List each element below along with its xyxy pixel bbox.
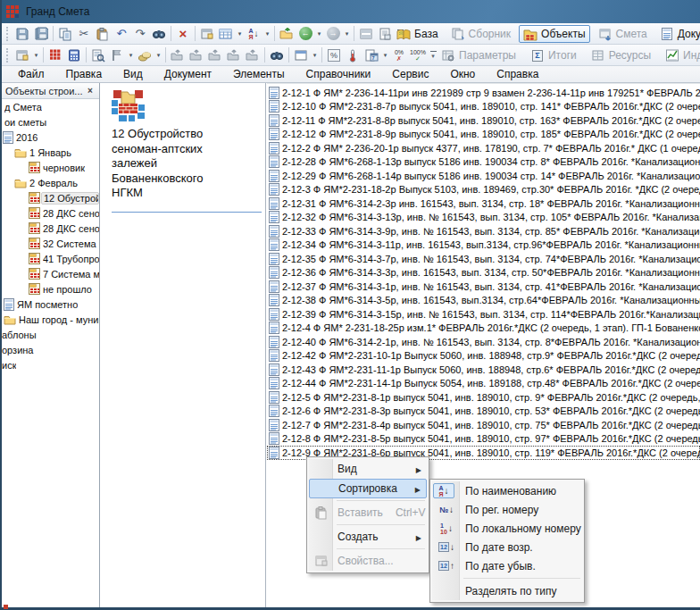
tree-item[interactable]: 2 Февраль — [2, 175, 99, 190]
hundred-percent-icon[interactable]: 100%✓ — [409, 46, 427, 64]
context-menu-view[interactable]: Вид — [309, 459, 427, 479]
tree-item[interactable]: иск — [2, 357, 99, 372]
nav-forward-dropdown[interactable] — [343, 25, 351, 43]
list-item[interactable]: 2-12-34 Ф ЯМ*6-314-3-11р, инв. 161543, в… — [267, 238, 700, 253]
menu-window[interactable]: Окно — [439, 68, 486, 80]
bookmark-dropdown[interactable] — [127, 46, 135, 64]
export-image-dropdown[interactable] — [32, 46, 40, 64]
copy-icon[interactable] — [56, 25, 74, 43]
list-item[interactable]: 2-12-33 Ф ЯМ*6-314-3-9р, инв. № 161543, … — [267, 224, 700, 238]
resources-button[interactable]: Ресурсы — [587, 46, 655, 64]
mode-sbornik-button[interactable]: Сборник — [446, 25, 515, 43]
list-item[interactable]: 2-12-35 Ф ЯМ*6-314-3-7р, инв. № 161543, … — [267, 252, 700, 266]
undo-icon[interactable]: ↶ — [112, 25, 130, 43]
paste-icon[interactable] — [94, 25, 112, 43]
context-menu-sort[interactable]: Сортировка — [309, 479, 427, 498]
window-view-icon[interactable] — [292, 46, 310, 64]
list-item[interactable]: 2-12-38 Ф ЯМ*6-314-3-5р, инв. 161543, вы… — [267, 294, 700, 308]
tree-item[interactable]: 1 Январь — [2, 145, 99, 160]
save-icon[interactable] — [13, 25, 31, 43]
folder-export-icon[interactable] — [278, 25, 296, 43]
tree-item[interactable]: 32 Система ма — [2, 236, 99, 251]
winter-coeff-icon[interactable] — [344, 46, 362, 64]
title-bar[interactable]: Гранд Смета — [2, 0, 700, 23]
cut-icon[interactable]: ✂ — [75, 25, 93, 43]
menu-document[interactable]: Документ — [154, 68, 222, 80]
percent-icon[interactable]: % — [325, 46, 343, 64]
menu-file[interactable]: Файл — [7, 68, 55, 80]
tree-item[interactable]: 28 ДКС сеном — [2, 221, 99, 236]
sort-by-reg-number[interactable]: № По рег. номеру — [432, 500, 582, 519]
delete-icon[interactable]: × — [174, 25, 192, 43]
list-item[interactable]: 2-12-1 Ф ЯМ* 2-236-14-11ри инв 221989 ст… — [267, 86, 700, 100]
find-icon[interactable] — [150, 25, 168, 43]
doc-period-icon[interactable] — [362, 46, 380, 64]
toolbar-grip[interactable] — [6, 27, 11, 41]
list-item[interactable]: 2-12-6 Ф ЯМ*2-231-8-3р выпуск 5041, инв.… — [267, 405, 700, 419]
add-position-icon[interactable] — [244, 46, 262, 64]
tree-panel-header[interactable]: Объекты строи... — [2, 83, 99, 99]
list-item[interactable]: 2-12-5 Ф ЯМ*2-231-8-1р выпуск 5041, инв.… — [267, 390, 700, 405]
params-button[interactable]: Параметры — [437, 46, 521, 64]
list-item[interactable]: 2-12-40 Ф ЯМ*6-314-2-1р, инв. № 161543, … — [267, 335, 700, 349]
list-item[interactable]: 2-12-31 Ф ЯМ*6-314-2-3р инв. 161543, вып… — [267, 196, 700, 211]
tree-item[interactable]: орзина — [2, 342, 99, 357]
doc-search-icon[interactable] — [89, 46, 107, 64]
sort-split-by-type[interactable]: Разделять по типу — [432, 581, 582, 600]
list-item[interactable]: 2-12-3 Ф ЯМ*2-231-18-2р Выпуск 5103, инв… — [267, 183, 700, 197]
list-item[interactable]: 2-12-7 Ф ЯМ*2-231-8-4р выпуск 5041, инв.… — [267, 418, 700, 432]
context-menu-create[interactable]: Создать — [309, 527, 427, 547]
nav-forward-icon[interactable]: → — [324, 25, 342, 43]
list-item[interactable]: 2-12-2 Ф ЯМ* 2-236-20-1р выпуск 4377, ин… — [267, 141, 700, 155]
mode-documents-button[interactable]: Документы — [655, 25, 700, 43]
menu-elements[interactable]: Элементы — [222, 68, 296, 80]
bookmark-icon[interactable] — [108, 46, 126, 64]
export-image-icon[interactable] — [13, 46, 31, 64]
cost-icon[interactable] — [136, 46, 154, 64]
menu-service[interactable]: Сервис — [381, 68, 439, 80]
list-item[interactable]: 2-12-32 Ф ЯМ*6-314-3-13р, инв. № 161543,… — [267, 211, 700, 225]
add-subsection-icon[interactable] — [225, 46, 243, 64]
tree-item[interactable]: 7 Система маг — [2, 266, 99, 281]
nav-back-icon[interactable]: ← — [296, 25, 314, 43]
context-menu-paste[interactable]: Вставить Ctrl+V — [309, 503, 427, 522]
list-item[interactable]: 2-12-28 Ф ЯМ*6-268-1-13р выпуск 5186 инв… — [267, 155, 700, 170]
mode-objects-button[interactable]: Объекты — [519, 25, 590, 43]
redo-icon[interactable]: ↷ — [131, 25, 149, 43]
tree-item[interactable]: д Смета — [2, 99, 99, 114]
mode-smeta-button[interactable]: Смета — [594, 25, 652, 43]
tree-item[interactable]: ЯМ посметно — [2, 297, 99, 312]
split-view-icon[interactable] — [357, 25, 375, 43]
mode-base-button[interactable]: База — [392, 25, 443, 43]
menu-view[interactable]: Вид — [112, 68, 154, 80]
totals-button[interactable]: Σ Итоги — [526, 46, 581, 64]
sort-by-local-number[interactable]: 110 По локальному номеру — [432, 519, 582, 538]
toolbar-grip[interactable] — [6, 48, 11, 63]
list-item[interactable]: 2-12-39 Ф ЯМ*6-314-3-15р, инв. № 161543,… — [267, 307, 700, 322]
sort-by-date-desc[interactable]: 12 По дате убыв. — [432, 556, 582, 575]
list-item[interactable]: 2-12-11 Ф ЯМ*2-231-8-8р выпуск 5041, инв… — [267, 113, 700, 128]
object-item-selected[interactable]: 12 Обустройство сеноман-аптских залежей … — [112, 89, 262, 213]
list-item[interactable]: 2-12-12 Ф ЯМ*2-231-8-9р выпуск 5041, инв… — [267, 128, 700, 142]
bricks-grid-icon[interactable] — [46, 46, 64, 64]
list-item[interactable]: 2-12-36 Ф ЯМ*6-314-3-3р, инв. 161543, вы… — [267, 266, 700, 280]
calculator-icon[interactable] — [65, 46, 83, 64]
zero-percent-icon[interactable]: 0%✗ — [390, 46, 408, 64]
tree-item[interactable]: 41 Трубопров — [2, 251, 99, 266]
tree-item[interactable]: Наш город - муницип — [2, 312, 99, 327]
tree-item[interactable]: ои сметы — [2, 114, 99, 130]
add-section-icon[interactable] — [206, 46, 224, 64]
list-item[interactable]: 2-12-37 Ф ЯМ*6-314-3-1р, инв. № 161543, … — [267, 280, 700, 294]
list-item[interactable]: 2-12-8 Ф ЯМ*2-231-8-5р выпуск 5041, инв.… — [267, 432, 700, 447]
context-menu-properties[interactable]: Свойства... — [309, 551, 427, 571]
save-all-icon[interactable] — [32, 25, 50, 43]
sort-az-icon[interactable]: АЯ↓ — [245, 25, 262, 43]
menu-references[interactable]: Справочники — [296, 68, 382, 80]
print-preview-icon[interactable] — [376, 25, 394, 43]
sort-dropdown[interactable] — [263, 25, 271, 43]
list-item[interactable]: 2-12-44 Ф ЯМ*2-231-14-1р Выпуск 5054, ин… — [267, 377, 700, 391]
sort-by-name[interactable]: АЯ По наименованию — [432, 481, 582, 500]
tree-item[interactable]: 28 ДКС сеном — [2, 205, 99, 221]
add-estimate-icon[interactable] — [188, 46, 205, 64]
list-item[interactable]: 2-12-4 Ф ЯМ* 2-231-18-25р изм.1* ФЕВРАЛЬ… — [267, 322, 700, 336]
